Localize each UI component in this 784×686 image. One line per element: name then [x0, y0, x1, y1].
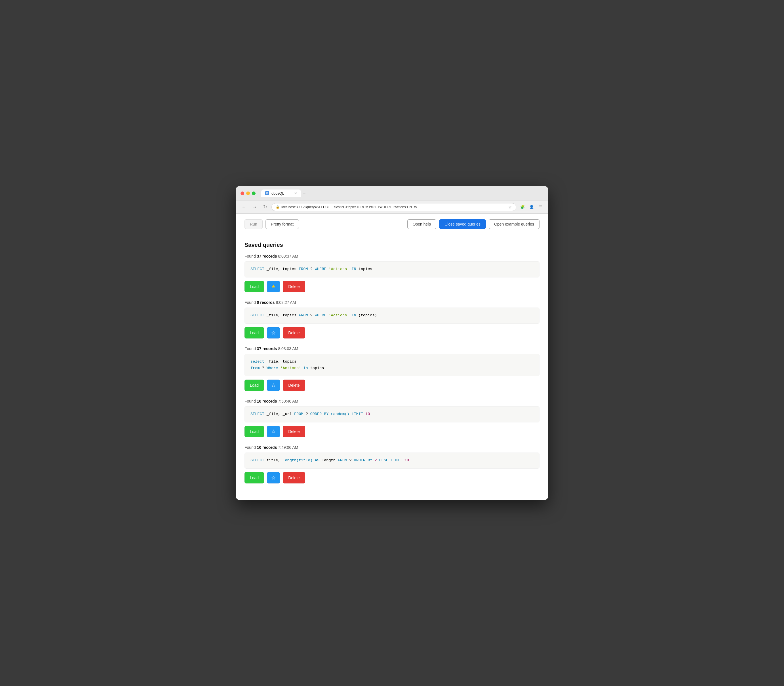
query-actions: Load☆Delete — [245, 472, 539, 483]
query-actions: Load★Delete — [245, 281, 539, 292]
titlebar: D docsQL ✕ + — [236, 186, 548, 201]
code-token: IN — [352, 313, 356, 317]
code-token: 2 — [375, 458, 377, 462]
code-token: 'Actions' — [328, 313, 349, 317]
toolbar-divider — [245, 236, 539, 236]
query-meta: Found 37 records 8:03:03 AM — [245, 346, 539, 351]
toolbar-right: Open help Close saved queries Open examp… — [407, 219, 539, 229]
delete-button[interactable]: Delete — [283, 426, 305, 437]
delete-button[interactable]: Delete — [283, 281, 305, 292]
extensions-icon[interactable]: 🧩 — [519, 204, 526, 211]
traffic-lights — [240, 191, 256, 195]
menu-icon[interactable]: ☰ — [537, 204, 544, 211]
code-token: , topics — [278, 267, 299, 271]
code-token: 'Actions' — [328, 267, 349, 271]
forward-button[interactable]: → — [251, 204, 259, 210]
query-code-block: SELECT title, length(title) AS length FR… — [245, 452, 539, 469]
code-token: _file — [265, 412, 278, 416]
delete-button[interactable]: Delete — [283, 327, 305, 338]
query-entry: Found 37 records 8:03:03 AMselect _file,… — [245, 346, 539, 391]
code-token: _file, topics — [265, 359, 296, 364]
star-button[interactable]: ☆ — [267, 380, 280, 391]
back-button[interactable]: ← — [240, 204, 248, 210]
query-actions: Load☆Delete — [245, 327, 539, 338]
query-actions: Load☆Delete — [245, 380, 539, 391]
toolbar: Run Pretty format Open help Close saved … — [245, 219, 539, 229]
pretty-format-button[interactable]: Pretty format — [266, 219, 299, 229]
load-button[interactable]: Load — [245, 281, 264, 292]
star-empty-icon: ☆ — [271, 330, 276, 336]
load-button[interactable]: Load — [245, 472, 264, 483]
code-token: ORDER BY — [310, 412, 329, 416]
code-token — [349, 267, 351, 271]
maximize-window-button[interactable] — [252, 191, 256, 195]
query-entry: Found 10 records 7:49:06 AMSELECT title,… — [245, 445, 539, 483]
star-empty-icon: ☆ — [271, 475, 276, 481]
code-token — [363, 412, 365, 416]
code-token: ? — [260, 366, 266, 370]
code-line: SELECT title, length(title) AS length FR… — [250, 457, 534, 464]
open-help-button[interactable]: Open help — [407, 219, 436, 229]
new-tab-button[interactable]: + — [303, 191, 306, 196]
code-token: _file — [265, 313, 278, 317]
code-token: length(title) — [283, 458, 312, 462]
code-token: , _url — [278, 412, 294, 416]
star-button[interactable]: ★ — [267, 281, 280, 292]
tab-close-button[interactable]: ✕ — [294, 191, 297, 195]
browser-window: D docsQL ✕ + ← → ↻ 🔒 localhost:3000/?que… — [236, 186, 548, 500]
code-token — [402, 458, 405, 462]
code-token: select — [250, 359, 265, 364]
load-button[interactable]: Load — [245, 426, 264, 437]
close-window-button[interactable] — [240, 191, 244, 195]
code-token — [377, 458, 379, 462]
code-token: 'Actions' — [280, 366, 301, 370]
page-content: Run Pretty format Open help Close saved … — [236, 214, 548, 500]
tab-bar: D docsQL ✕ + — [261, 189, 544, 197]
query-actions: Load☆Delete — [245, 426, 539, 437]
code-token: , topics — [278, 313, 299, 317]
star-filled-icon: ★ — [271, 283, 276, 290]
code-token: ? — [308, 267, 315, 271]
open-example-queries-button[interactable]: Open example queries — [489, 219, 539, 229]
code-token: _file — [265, 267, 278, 271]
address-bar[interactable]: 🔒 localhost:3000/?query=SELECT+_file%2C+… — [271, 203, 516, 211]
query-entry: Found 0 records 8:03:27 AMSELECT _file, … — [245, 300, 539, 338]
code-token: ORDER BY — [354, 458, 372, 462]
delete-button[interactable]: Delete — [283, 380, 305, 391]
query-code-block: select _file, topics from ? Where 'Actio… — [245, 354, 539, 376]
code-line: from ? Where 'Actions' in topics — [250, 365, 534, 372]
code-token — [372, 458, 374, 462]
query-meta: Found 10 records 7:49:06 AM — [245, 445, 539, 450]
star-button[interactable]: ☆ — [267, 327, 280, 338]
load-button[interactable]: Load — [245, 327, 264, 338]
code-token: ? — [308, 313, 315, 317]
code-token: , — [278, 458, 283, 462]
load-button[interactable]: Load — [245, 380, 264, 391]
query-code-block: SELECT _file, topics FROM ? WHERE 'Actio… — [245, 261, 539, 278]
run-button[interactable]: Run — [245, 219, 263, 229]
code-token: FROM — [299, 267, 308, 271]
star-button[interactable]: ☆ — [267, 426, 280, 437]
code-token — [349, 313, 351, 317]
url-text: localhost:3000/?query=SELECT+_file%2C+to… — [281, 205, 506, 209]
code-token: WHERE — [315, 267, 327, 271]
profile-icon[interactable]: 👤 — [528, 204, 535, 211]
query-list: Found 37 records 8:03:37 AMSELECT _file,… — [245, 254, 539, 484]
code-token: FROM — [338, 458, 347, 462]
code-token: topics — [308, 366, 324, 370]
code-token: SELECT — [250, 412, 265, 416]
code-token — [328, 412, 331, 416]
reload-button[interactable]: ↻ — [261, 204, 269, 210]
star-button[interactable]: ☆ — [267, 472, 280, 483]
code-token — [349, 412, 351, 416]
query-code-block: SELECT _file, topics FROM ? WHERE 'Actio… — [245, 307, 539, 324]
active-tab[interactable]: D docsQL ✕ — [261, 189, 301, 197]
query-meta: Found 37 records 8:03:37 AM — [245, 254, 539, 258]
close-saved-queries-button[interactable]: Close saved queries — [439, 219, 486, 229]
query-meta: Found 10 records 7:50:46 AM — [245, 399, 539, 403]
minimize-window-button[interactable] — [246, 191, 250, 195]
query-entry: Found 37 records 8:03:37 AMSELECT _file,… — [245, 254, 539, 292]
code-token — [313, 458, 315, 462]
code-token: FROM — [299, 313, 308, 317]
delete-button[interactable]: Delete — [283, 472, 305, 483]
